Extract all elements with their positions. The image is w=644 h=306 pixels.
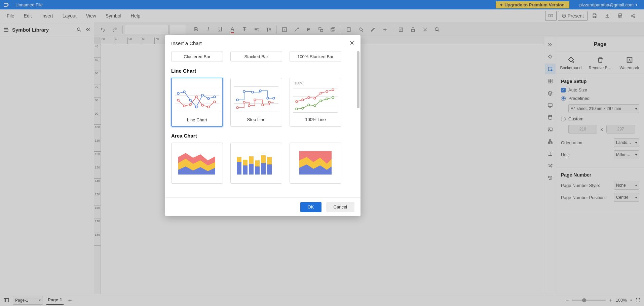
svg-point-45 (177, 99, 179, 101)
chart-card-clustered-bar[interactable]: Clustered Bar (171, 51, 223, 62)
svg-point-75 (320, 100, 322, 102)
svg-point-43 (207, 98, 210, 100)
category-area-chart: Area Chart (171, 133, 354, 139)
svg-point-50 (207, 106, 210, 108)
svg-point-41 (195, 106, 197, 108)
svg-point-47 (189, 104, 191, 106)
svg-point-40 (189, 99, 191, 101)
svg-point-76 (326, 98, 328, 100)
svg-rect-89 (261, 163, 266, 175)
category-line-chart: Line Chart (171, 68, 354, 74)
svg-rect-81 (237, 162, 241, 175)
svg-point-56 (267, 97, 269, 99)
svg-rect-91 (267, 164, 272, 175)
svg-point-44 (214, 96, 216, 98)
dialog-scrollbar[interactable] (357, 51, 359, 108)
svg-point-68 (320, 92, 322, 94)
dialog-title: Insert a Chart (171, 40, 202, 46)
svg-point-61 (254, 99, 256, 101)
svg-rect-88 (255, 160, 260, 166)
svg-point-49 (201, 104, 203, 106)
insert-chart-dialog: Insert a Chart ✕ Clustered Bar Stacked B… (165, 35, 361, 216)
svg-point-70 (332, 89, 334, 91)
svg-point-64 (296, 101, 298, 103)
chart-card-stacked-bar[interactable]: Stacked Bar (230, 51, 282, 62)
svg-rect-86 (249, 156, 254, 164)
svg-point-51 (214, 101, 216, 103)
svg-point-77 (332, 97, 334, 99)
svg-rect-82 (237, 157, 241, 162)
chart-card-area-1[interactable] (171, 143, 223, 184)
dialog-body[interactable]: Clustered Bar Stacked Bar 100% Stacked B… (165, 51, 361, 197)
dialog-header: Insert a Chart ✕ (165, 35, 361, 51)
svg-point-74 (314, 105, 316, 107)
chart-card-area-3[interactable] (290, 143, 341, 184)
svg-point-69 (326, 90, 328, 92)
svg-rect-83 (243, 165, 248, 175)
chart-card-line[interactable]: Line Chart (171, 78, 223, 127)
chart-card-100-line[interactable]: 100% 100% Line (290, 78, 341, 127)
svg-point-58 (236, 107, 238, 109)
svg-point-63 (268, 101, 270, 103)
close-icon[interactable]: ✕ (349, 39, 354, 47)
svg-point-53 (243, 90, 245, 92)
svg-point-62 (262, 104, 264, 106)
svg-point-39 (183, 91, 185, 93)
svg-point-48 (195, 96, 197, 98)
svg-rect-90 (261, 155, 266, 163)
svg-point-72 (302, 107, 304, 109)
cancel-button[interactable]: Cancel (326, 202, 354, 212)
svg-point-54 (252, 91, 254, 93)
ok-button[interactable]: OK (300, 202, 321, 212)
svg-point-71 (296, 108, 298, 110)
svg-point-52 (236, 99, 238, 101)
chart-card-area-2[interactable] (230, 143, 282, 184)
svg-point-66 (308, 97, 310, 99)
dialog-footer: OK Cancel (165, 197, 361, 216)
svg-point-42 (201, 94, 203, 96)
svg-rect-85 (249, 164, 254, 175)
svg-point-38 (177, 92, 179, 94)
svg-rect-87 (255, 166, 260, 175)
svg-point-57 (273, 97, 275, 99)
svg-rect-92 (267, 157, 272, 164)
svg-point-46 (183, 105, 185, 107)
svg-point-55 (259, 90, 261, 92)
chart-card-step-line[interactable]: Step Line (230, 78, 282, 127)
chart-card-100-stacked-bar[interactable]: 100% Stacked Bar (290, 51, 341, 62)
svg-point-65 (302, 99, 304, 101)
svg-point-60 (248, 105, 250, 107)
svg-point-67 (314, 97, 316, 99)
svg-rect-84 (243, 160, 248, 165)
svg-point-59 (243, 101, 245, 103)
svg-point-73 (308, 104, 310, 106)
